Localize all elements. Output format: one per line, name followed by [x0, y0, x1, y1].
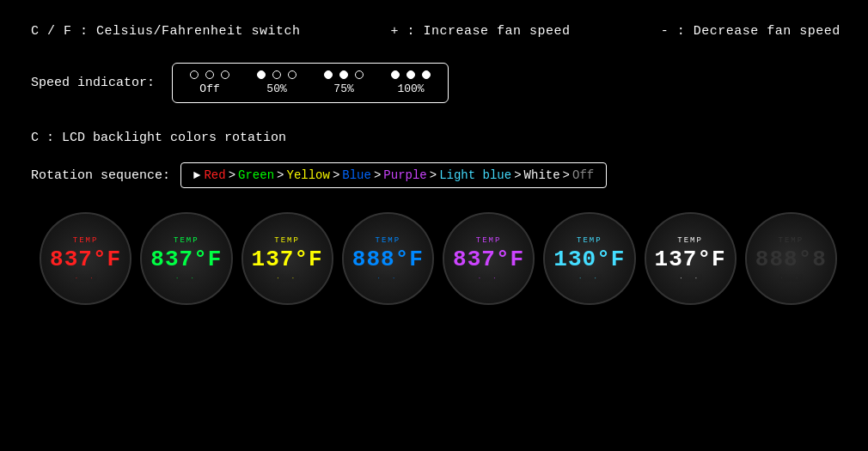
- separator-1: [321, 24, 370, 39]
- sep-1: >: [229, 168, 235, 182]
- dot-100-2: [406, 70, 415, 79]
- minus-label: - : Decrease fan speed: [661, 24, 840, 39]
- speed-text-off: Off: [199, 82, 219, 95]
- temp-label-blue: TEMP: [376, 236, 401, 245]
- speed-item-50: 50%: [257, 70, 296, 95]
- sep-4: >: [374, 168, 381, 182]
- rotation-section: Rotation sequence: ► Red > Green >Yellow…: [31, 162, 837, 188]
- speed-label: Speed indicator:: [31, 76, 155, 90]
- speed-item-100: 100%: [391, 70, 431, 95]
- speed-text-100: 100%: [397, 82, 424, 95]
- display-purple: TEMP 837°F · ·: [443, 212, 535, 305]
- temp-dots-red: · ·: [74, 274, 96, 282]
- temp-value-purple: 837°F: [453, 247, 524, 272]
- display-inner-white: TEMP 137°F · ·: [655, 236, 726, 282]
- temp-label-green: TEMP: [174, 236, 199, 245]
- backlight-section: C : LCD backlight colors rotation: [31, 131, 837, 145]
- temp-label-purple: TEMP: [476, 236, 502, 245]
- sep-2: >: [277, 168, 284, 182]
- arrow-right-icon: ►: [193, 168, 200, 182]
- speed-item-off: Off: [190, 70, 229, 95]
- dot-75-3: [355, 70, 364, 79]
- rot-white: White: [524, 168, 560, 182]
- sep-7: >: [563, 168, 570, 182]
- rot-green: Green: [238, 168, 274, 182]
- dot-off-1: [190, 70, 199, 79]
- sep-5: >: [430, 168, 437, 182]
- speed-text-75: 75%: [333, 82, 353, 95]
- temp-label-lightblue: TEMP: [577, 236, 602, 245]
- temp-dots-lightblue: · ·: [578, 274, 601, 282]
- controls-row: C / F : Celsius/Fahrenheit switch + : In…: [31, 24, 837, 39]
- display-lightblue: TEMP 130°F · ·: [543, 212, 635, 305]
- temp-value-lightblue: 130°F: [553, 247, 625, 272]
- cf-label: C / F : Celsius/Fahrenheit switch: [31, 24, 301, 39]
- rot-red: Red: [204, 168, 225, 182]
- speed-dots-100: [391, 70, 431, 79]
- separator-2: [591, 24, 640, 39]
- dot-100-3: [422, 70, 431, 79]
- display-inner-green: TEMP 837°F · ·: [150, 236, 222, 282]
- temp-dots-green: · ·: [175, 274, 198, 282]
- temp-value-red: 837°F: [50, 247, 121, 272]
- temp-label-white: TEMP: [677, 236, 703, 245]
- speed-item-75: 75%: [324, 70, 364, 95]
- dot-off-3: [221, 70, 229, 79]
- displays-row: TEMP 837°F · · TEMP 837°F · · TEMP 137°F…: [31, 212, 837, 305]
- sep-6: >: [514, 168, 521, 182]
- rotation-sequence-box: ► Red > Green >Yellow > Blue > Purple > …: [180, 162, 607, 188]
- dot-75-2: [339, 70, 348, 79]
- display-inner-off: TEMP 888°8 · ·: [755, 236, 827, 282]
- temp-label-red: TEMP: [73, 236, 99, 245]
- temp-dots-blue: · ·: [376, 274, 399, 282]
- rotation-label: Rotation sequence:: [31, 168, 170, 183]
- temp-value-green: 837°F: [150, 247, 222, 272]
- temp-value-off: 888°8: [755, 247, 827, 272]
- rotation-text: Red > Green >Yellow > Blue > Purple > Li…: [204, 168, 594, 182]
- display-blue: TEMP 888°F · ·: [342, 212, 434, 305]
- dot-50-1: [257, 70, 266, 79]
- display-inner-red: TEMP 837°F · ·: [50, 236, 121, 282]
- temp-dots-yellow: · ·: [276, 274, 298, 282]
- display-inner-purple: TEMP 837°F · ·: [453, 236, 524, 282]
- display-yellow: TEMP 137°F · ·: [241, 212, 333, 305]
- temp-label-off: TEMP: [779, 236, 804, 245]
- dot-100-1: [391, 70, 400, 79]
- display-inner-yellow: TEMP 137°F · ·: [252, 236, 323, 282]
- temp-value-white: 137°F: [655, 247, 726, 272]
- display-green: TEMP 837°F · ·: [140, 212, 232, 305]
- dot-50-2: [272, 70, 281, 79]
- temp-value-yellow: 137°F: [252, 247, 323, 272]
- dot-75-1: [324, 70, 333, 79]
- speed-dots-off: [190, 70, 229, 79]
- temp-value-blue: 888°F: [352, 247, 424, 272]
- plus-label: + : Increase fan speed: [391, 24, 571, 39]
- sep-3: >: [333, 168, 339, 182]
- speed-text-50: 50%: [266, 82, 286, 95]
- temp-dots-white: · ·: [679, 274, 701, 282]
- speed-dots-50: [257, 70, 296, 79]
- speed-box: Off 50% 75%: [172, 63, 449, 103]
- dot-50-3: [288, 70, 296, 79]
- rot-blue: Blue: [342, 168, 371, 182]
- speed-dots-75: [324, 70, 364, 79]
- temp-label-yellow: TEMP: [274, 236, 300, 245]
- temp-dots-off: · ·: [779, 274, 802, 282]
- temp-dots-purple: · ·: [477, 274, 499, 282]
- display-off: TEMP 888°8 · ·: [745, 212, 837, 305]
- display-red: TEMP 837°F · ·: [40, 212, 131, 305]
- main-container: C / F : Celsius/Fahrenheit switch + : In…: [0, 0, 868, 329]
- rot-purple: Purple: [383, 168, 426, 182]
- dot-off-2: [205, 70, 214, 79]
- display-inner-blue: TEMP 888°F · ·: [352, 236, 424, 282]
- backlight-label: C : LCD backlight colors rotation: [31, 131, 837, 145]
- display-white: TEMP 137°F · ·: [645, 212, 737, 305]
- rot-lightblue: Light blue: [439, 168, 511, 182]
- speed-section: Speed indicator: Off 50%: [31, 63, 837, 103]
- display-inner-lightblue: TEMP 130°F · ·: [553, 236, 625, 282]
- rot-off: Off: [572, 168, 594, 182]
- rot-yellow: Yellow: [286, 168, 329, 182]
